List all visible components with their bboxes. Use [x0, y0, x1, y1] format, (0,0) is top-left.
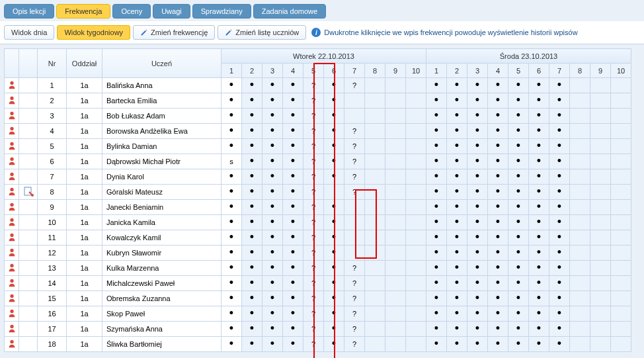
tab-sprawdziany[interactable]: Sprawdziany — [192, 4, 251, 19]
attendance-cell[interactable] — [570, 185, 590, 200]
attendance-cell[interactable]: • — [426, 261, 447, 276]
attendance-cell[interactable] — [365, 139, 385, 154]
attendance-cell[interactable] — [385, 261, 406, 276]
header-lesson-1-6[interactable]: 6 — [324, 64, 344, 78]
attendance-cell[interactable]: • — [488, 185, 508, 200]
tab-frekwencja[interactable]: Frekwencja — [56, 4, 110, 19]
attendance-cell[interactable]: • — [529, 306, 549, 322]
attendance-cell[interactable] — [590, 109, 611, 124]
attendance-cell[interactable]: • — [242, 276, 262, 291]
attendance-cell[interactable]: • — [324, 93, 344, 109]
attendance-cell[interactable] — [611, 306, 631, 322]
attendance-cell[interactable] — [365, 322, 385, 337]
attendance-cell[interactable]: • — [488, 93, 508, 109]
attendance-cell[interactable]: ? — [303, 337, 324, 352]
attendance-cell[interactable]: • — [447, 169, 467, 185]
attendance-cell[interactable] — [590, 185, 611, 200]
attendance-cell[interactable] — [406, 93, 426, 109]
attendance-cell[interactable]: • — [242, 200, 262, 215]
header-lesson-1-4[interactable]: 4 — [283, 64, 303, 78]
attendance-cell[interactable]: • — [447, 124, 467, 139]
attendance-cell[interactable]: • — [447, 276, 467, 291]
attendance-cell[interactable] — [590, 169, 611, 185]
attendance-cell[interactable]: • — [283, 276, 303, 291]
attendance-cell[interactable]: • — [549, 261, 570, 276]
attendance-cell[interactable]: • — [262, 276, 283, 291]
attendance-cell[interactable]: • — [508, 78, 529, 93]
attendance-cell[interactable]: ? — [344, 154, 365, 169]
attendance-cell[interactable]: • — [324, 169, 344, 185]
header-lesson-1-7[interactable]: 7 — [344, 64, 365, 78]
attendance-cell[interactable]: ? — [303, 246, 324, 261]
attendance-cell[interactable]: • — [508, 291, 529, 306]
attendance-cell[interactable]: • — [467, 215, 488, 230]
attendance-cell[interactable] — [590, 78, 611, 93]
attendance-cell[interactable]: • — [549, 200, 570, 215]
attendance-cell[interactable] — [570, 246, 590, 261]
attendance-cell[interactable]: ? — [303, 139, 324, 154]
attendance-cell[interactable] — [570, 337, 590, 352]
attendance-cell[interactable]: s — [221, 154, 242, 169]
attendance-cell[interactable]: • — [324, 246, 344, 261]
attendance-cell[interactable] — [590, 230, 611, 246]
attendance-cell[interactable]: • — [447, 109, 467, 124]
attendance-cell[interactable]: • — [508, 169, 529, 185]
attendance-cell[interactable] — [611, 185, 631, 200]
attendance-cell[interactable]: • — [262, 185, 283, 200]
attendance-cell[interactable]: • — [529, 322, 549, 337]
header-lesson-1-5[interactable]: 5 — [303, 64, 324, 78]
attendance-cell[interactable]: • — [488, 230, 508, 246]
attendance-cell[interactable]: • — [262, 291, 283, 306]
attendance-cell[interactable]: • — [488, 139, 508, 154]
attendance-cell[interactable]: • — [488, 337, 508, 352]
attendance-cell[interactable]: • — [283, 322, 303, 337]
attendance-cell[interactable] — [590, 276, 611, 291]
table-row[interactable]: 81aGóralski Mateusz••••??••••••• — [5, 185, 631, 200]
tab-zadania-domowe[interactable]: Zadania domowe — [253, 4, 326, 19]
attendance-cell[interactable] — [385, 215, 406, 230]
attendance-cell[interactable] — [590, 322, 611, 337]
attendance-cell[interactable]: • — [242, 291, 262, 306]
attendance-cell[interactable] — [406, 185, 426, 200]
attendance-cell[interactable]: ? — [303, 124, 324, 139]
attendance-cell[interactable] — [344, 230, 365, 246]
attendance-cell[interactable]: • — [447, 322, 467, 337]
attendance-cell[interactable]: • — [221, 124, 242, 139]
attendance-cell[interactable]: • — [529, 154, 549, 169]
week-view-button[interactable]: Widok tygodniowy — [57, 25, 130, 40]
attendance-cell[interactable]: • — [324, 306, 344, 322]
attendance-cell[interactable]: ? — [303, 276, 324, 291]
attendance-cell[interactable]: ? — [303, 109, 324, 124]
attendance-cell[interactable] — [570, 78, 590, 93]
header-lesson-2-4[interactable]: 4 — [488, 64, 508, 78]
attendance-cell[interactable]: • — [467, 261, 488, 276]
attendance-cell[interactable] — [611, 246, 631, 261]
attendance-cell[interactable]: • — [508, 246, 529, 261]
attendance-cell[interactable]: • — [447, 246, 467, 261]
attendance-cell[interactable] — [590, 154, 611, 169]
attendance-cell[interactable]: • — [529, 276, 549, 291]
attendance-cell[interactable] — [570, 124, 590, 139]
attendance-cell[interactable]: ? — [303, 185, 324, 200]
attendance-cell[interactable] — [385, 169, 406, 185]
table-row[interactable]: 71aDynia Karol••••?•?••••••• — [5, 169, 631, 185]
attendance-cell[interactable]: • — [467, 230, 488, 246]
header-oddzial[interactable]: Oddział — [67, 49, 102, 78]
attendance-cell[interactable]: ? — [344, 306, 365, 322]
attendance-cell[interactable]: • — [221, 306, 242, 322]
attendance-cell[interactable]: • — [447, 78, 467, 93]
attendance-cell[interactable] — [385, 185, 406, 200]
attendance-cell[interactable]: • — [447, 337, 467, 352]
attendance-cell[interactable]: • — [242, 306, 262, 322]
attendance-cell[interactable]: • — [508, 276, 529, 291]
attendance-cell[interactable] — [590, 246, 611, 261]
header-lesson-1-3[interactable]: 3 — [262, 64, 283, 78]
attendance-cell[interactable]: • — [488, 124, 508, 139]
attendance-cell[interactable]: • — [221, 230, 242, 246]
attendance-cell[interactable]: • — [467, 337, 488, 352]
attendance-cell[interactable]: • — [529, 169, 549, 185]
attendance-cell[interactable] — [611, 200, 631, 215]
attendance-cell[interactable] — [570, 276, 590, 291]
attendance-cell[interactable]: ? — [344, 337, 365, 352]
attendance-cell[interactable] — [406, 322, 426, 337]
